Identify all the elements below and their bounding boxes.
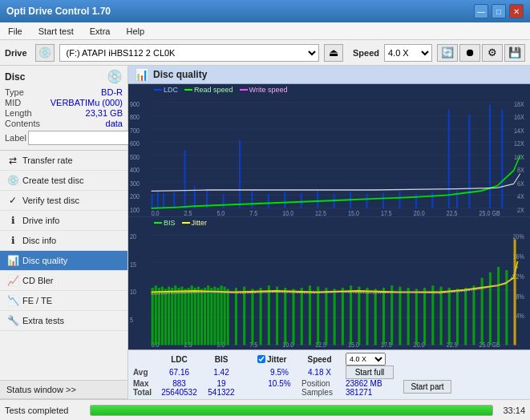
svg-rect-109 <box>210 288 212 345</box>
menu-file[interactable]: File <box>3 26 27 37</box>
fe-te-icon: 📉 <box>6 295 19 306</box>
svg-rect-139 <box>431 285 434 345</box>
svg-text:25.0 GB: 25.0 GB <box>479 209 500 216</box>
nav-create-test-label: Create test disc <box>22 176 83 185</box>
svg-text:10.0: 10.0 <box>282 209 293 216</box>
speed-label: Speed <box>353 48 379 58</box>
total-ldc: 25640532 <box>157 388 201 397</box>
refresh-button[interactable]: 🔄 <box>437 44 458 62</box>
svg-rect-56 <box>382 193 384 208</box>
svg-rect-134 <box>390 285 393 345</box>
svg-rect-98 <box>174 285 176 345</box>
svg-text:14X: 14X <box>514 127 524 135</box>
svg-rect-55 <box>366 194 368 208</box>
svg-rect-91 <box>152 288 154 345</box>
status-window-btn[interactable]: Status window >> <box>0 381 127 399</box>
nav-drive-info[interactable]: ℹ Drive info <box>0 211 127 231</box>
record-button[interactable]: ⏺ <box>459 44 480 62</box>
legend-jitter-label: Jitter <box>192 219 208 227</box>
speed-select[interactable]: 4.0 X 1.0 X 2.0 X 8.0 X MAX <box>384 44 432 62</box>
start-part-button[interactable]: Start part <box>403 380 451 394</box>
svg-text:16X: 16X <box>514 114 524 122</box>
max-spacer2 <box>338 379 346 388</box>
svg-rect-141 <box>448 288 451 345</box>
nav-transfer-rate-label: Transfer rate <box>22 155 73 165</box>
svg-text:2X: 2X <box>517 206 524 214</box>
svg-rect-52 <box>317 191 318 208</box>
main-layout: Disc 💿 Type BD-R MID VERBATIMu (000) Len… <box>0 66 530 399</box>
save-button[interactable]: 💾 <box>504 44 525 62</box>
nav-transfer-rate[interactable]: ⇄ Transfer rate <box>0 151 127 171</box>
svg-rect-96 <box>168 287 170 345</box>
transfer-rate-icon: ⇄ <box>6 155 19 166</box>
maximize-button[interactable]: □ <box>492 4 506 18</box>
disc-quality-icon: 📊 <box>6 255 19 266</box>
total-samples-val: 381271 <box>346 388 394 397</box>
jitter-checkbox-label[interactable]: Jitter <box>257 355 301 364</box>
stats-main-row: LDC BIS Jitter Speed <box>133 353 525 397</box>
nav-disc-info-label: Disc info <box>22 236 56 245</box>
svg-rect-50 <box>284 192 285 208</box>
close-button[interactable]: ✕ <box>509 4 524 18</box>
col-spacer <box>133 353 157 365</box>
svg-rect-97 <box>171 288 173 345</box>
drive-info-icon: ℹ <box>6 215 19 226</box>
nav-cd-bler[interactable]: 📈 CD Bler <box>0 271 127 291</box>
menu-start-test[interactable]: Start test <box>34 26 79 37</box>
disc-label-input[interactable] <box>28 131 135 145</box>
samples-cell: Samples <box>301 388 338 397</box>
nav-verify-test[interactable]: ✓ Verify test disc <box>0 191 127 211</box>
position-label: Position <box>301 379 330 388</box>
disc-title: Disc <box>5 71 25 83</box>
stats-speed-select[interactable]: 4.0 X <box>346 353 386 365</box>
drive-select[interactable]: (F:) ATAPI iHBS112 2 CL0K <box>59 44 319 62</box>
svg-rect-138 <box>423 288 426 345</box>
nav-disc-quality[interactable]: 📊 Disc quality <box>0 251 127 271</box>
jitter-checkbox[interactable] <box>257 355 265 363</box>
status-text: Tests completed <box>5 406 85 415</box>
nav-disc-info[interactable]: ℹ Disc info <box>0 231 127 251</box>
svg-rect-41 <box>163 193 164 208</box>
drive-icon: 💿 <box>35 44 55 62</box>
svg-text:4%: 4% <box>516 311 525 320</box>
nav-extra-tests[interactable]: 🔧 Extra tests <box>0 311 127 331</box>
start-full-button[interactable]: Start full <box>346 365 394 379</box>
svg-rect-111 <box>216 288 219 345</box>
disc-label-text: Label <box>5 133 26 143</box>
svg-text:5.0: 5.0 <box>216 209 225 216</box>
svg-text:12.5: 12.5 <box>315 209 326 216</box>
eject-button[interactable]: ⏏ <box>324 44 343 62</box>
svg-rect-147 <box>497 267 500 345</box>
legend-write: Write speed <box>240 86 288 94</box>
max-label: Max <box>133 379 157 388</box>
menu-bar: File Start test Extra Help <box>0 22 530 40</box>
position-cell: Position <box>301 379 338 388</box>
avg-ldc: 67.16 <box>157 365 201 379</box>
menu-extra[interactable]: Extra <box>85 26 115 37</box>
col-ldc-header: LDC <box>157 353 201 365</box>
menu-help[interactable]: Help <box>121 26 149 37</box>
disc-label-row: Label ⚙ <box>5 131 123 145</box>
chart-bottom: BIS Jitter 20 15 10 5 20% 16% <box>128 217 530 349</box>
svg-rect-142 <box>456 289 459 345</box>
progress-bar-container <box>90 405 493 416</box>
bis-dot <box>154 222 162 224</box>
svg-rect-63 <box>489 104 491 208</box>
max-ldc: 883 <box>157 379 201 388</box>
col-speed-select-header: 4.0 X <box>346 353 394 365</box>
minimize-button[interactable]: — <box>474 4 488 18</box>
svg-rect-140 <box>440 287 443 345</box>
nav-fe-te[interactable]: 📉 FE / TE <box>0 291 127 311</box>
svg-rect-49 <box>268 194 269 208</box>
nav-create-test[interactable]: 💿 Create test disc <box>0 171 127 191</box>
nav-cd-bler-label: CD Bler <box>22 276 54 285</box>
settings-button[interactable]: ⚙ <box>482 44 503 62</box>
legend-read: Read speed <box>184 86 233 94</box>
svg-rect-129 <box>350 285 352 345</box>
nav-extra-tests-label: Extra tests <box>22 316 64 325</box>
jitter-label: Jitter <box>267 355 286 364</box>
chart-top-legend: LDC Read speed Write speed <box>154 86 287 94</box>
legend-jitter: Jitter <box>182 219 208 227</box>
svg-rect-128 <box>342 288 344 345</box>
avg-spacer2 <box>338 365 346 379</box>
